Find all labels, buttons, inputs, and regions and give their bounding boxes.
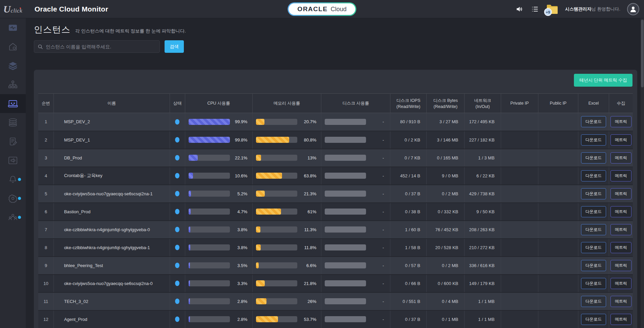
top-bar: Uclick Oracle Cloud Monitor ORACLE Cloud… (0, 0, 644, 18)
download-button[interactable]: 다운로드 (581, 260, 606, 271)
private-ip-cell (501, 203, 538, 221)
page-scrollbar[interactable] (641, 18, 644, 328)
download-button[interactable]: 다운로드 (581, 314, 606, 325)
metric-button[interactable]: 메트릭 (610, 314, 631, 325)
instance-status (170, 167, 185, 185)
status-dot-running (175, 281, 179, 286)
announcement-icon (8, 156, 18, 165)
disk-iops-value: 0 / 37 B (390, 310, 427, 328)
metric-button[interactable]: 메트릭 (610, 152, 631, 163)
column-header-2: 상태 (170, 94, 185, 113)
search-icon (38, 44, 43, 49)
sidebar-item-users[interactable] (0, 208, 26, 227)
network-value: 172 / 495 KB (465, 113, 501, 131)
metric-button[interactable]: 메트릭 (610, 116, 631, 127)
private-ip-cell (501, 149, 538, 167)
sidebar-item-topology[interactable] (0, 75, 26, 94)
memory-usage-cell: 21.8% (252, 275, 321, 292)
sidebar-item-report[interactable] (0, 132, 26, 151)
disk-bytes-value: 76 / 452 KB (427, 221, 465, 239)
instance-name: oke-cviyijws5oa-nuo7gyaecqq-se6scsqi2na-… (54, 275, 170, 292)
download-button[interactable]: 다운로드 (581, 242, 606, 253)
excel-cell: 다운로드 (578, 239, 609, 257)
download-button[interactable]: 다운로드 (581, 188, 606, 199)
download-button[interactable]: 다운로드 (581, 170, 606, 181)
search-input[interactable] (46, 44, 156, 49)
public-ip-cell (538, 113, 578, 131)
download-button[interactable]: 다운로드 (581, 134, 606, 146)
metric-button[interactable]: 메트릭 (610, 260, 631, 271)
download-button[interactable]: 다운로드 (581, 116, 606, 127)
disk-bytes-value: 20 / 528 KB (427, 239, 465, 257)
column-header-8: 네트워크(In/Out) (465, 94, 501, 113)
sidebar-item-dashboard[interactable] (0, 18, 26, 37)
memory-usage-cell: 63.8% (252, 167, 321, 185)
private-ip-cell (501, 239, 538, 257)
status-dot-running (175, 155, 179, 160)
memory-usage-cell: 21.3% (252, 185, 321, 203)
instance-status (170, 185, 185, 203)
disk-usage-cell: - (321, 275, 390, 292)
sidebar-item-alerts[interactable] (0, 170, 26, 189)
download-button[interactable]: 다운로드 (581, 152, 606, 163)
folder-icon[interactable]: +9 (546, 4, 558, 15)
disk-usage-cell: - (321, 257, 390, 275)
table-row: 10oke-cviyijws5oa-nuo7gyaecqq-se6scsqi2n… (38, 275, 633, 292)
download-button[interactable]: 다운로드 (581, 278, 606, 289)
document-edit-icon (8, 137, 17, 146)
metric-button[interactable]: 메트릭 (610, 170, 631, 181)
collect-cell: 메트릭 (609, 131, 633, 149)
download-button[interactable]: 다운로드 (581, 224, 606, 235)
sidebar-item-settings[interactable] (0, 189, 26, 208)
memory-usage-cell: 11.3% (252, 221, 321, 239)
private-ip-cell (501, 131, 538, 149)
table-row: 12Agent_Prod2.8%53.7%-0 / 37 B0 / 1 MB1 … (38, 310, 633, 328)
private-ip-cell (501, 257, 538, 275)
sidebar-item-layers[interactable] (0, 56, 26, 75)
network-value: 208 / 263 KB (465, 221, 501, 239)
metric-button[interactable]: 메트릭 (610, 188, 631, 199)
users-icon (8, 213, 18, 221)
metric-button[interactable]: 메트릭 (610, 206, 631, 217)
download-button[interactable]: 다운로드 (581, 296, 606, 307)
metric-button[interactable]: 메트릭 (610, 242, 631, 253)
disk-usage-cell: - (321, 131, 390, 149)
sidebar-item-instances[interactable] (0, 94, 26, 113)
metric-button[interactable]: 메트릭 (610, 224, 631, 235)
sidebar-item-home[interactable] (0, 37, 26, 56)
search-button[interactable]: 검색 (165, 40, 184, 53)
download-button[interactable]: 다운로드 (581, 206, 606, 217)
disk-iops-value: 0 / 2 KB (390, 131, 427, 149)
row-number: 4 (38, 167, 54, 185)
collect-cell: 메트릭 (609, 203, 633, 221)
status-dot-running (175, 209, 179, 214)
column-header-1: 이름 (54, 94, 170, 113)
disk-usage-cell: - (321, 113, 390, 131)
instance-name: oke-czlbbiwhkra-n4ginjumfqt-sghylggveba-… (54, 221, 170, 239)
disk-iops-value: 1 / 58 B (390, 239, 427, 257)
status-dot-running (175, 137, 179, 143)
disk-iops-value: 0 / 551 B (390, 292, 427, 310)
disk-iops-value: 0 / 57 B (390, 257, 427, 275)
public-ip-cell (538, 185, 578, 203)
sidebar-item-database[interactable] (0, 113, 26, 132)
network-value: 1 / 1 MB (465, 310, 501, 328)
column-header-12: 수집 (609, 94, 633, 113)
tenancy-metric-collect-button[interactable]: 테넌시 단위 메트릭 수집 (574, 74, 632, 87)
metric-button[interactable]: 메트릭 (610, 134, 631, 146)
sidebar-item-announcement[interactable] (0, 151, 26, 170)
disk-bytes-value: 3 / 27 MB (427, 113, 465, 131)
metric-button[interactable]: 메트릭 (610, 296, 631, 307)
list-icon[interactable] (531, 5, 539, 14)
network-value: 1 / 3 MB (465, 149, 501, 167)
collect-cell: 메트릭 (609, 257, 633, 275)
metric-button[interactable]: 메트릭 (610, 278, 631, 289)
user-avatar[interactable] (627, 3, 639, 15)
status-dot-running (175, 119, 179, 125)
public-ip-cell (538, 221, 578, 239)
scrollbar-thumb[interactable] (641, 20, 644, 87)
speaker-icon[interactable] (515, 5, 524, 14)
bell-icon (8, 175, 17, 184)
cpu-usage-cell: 3.3% (185, 275, 252, 292)
uclick-logo[interactable]: Uclick (0, 3, 26, 15)
